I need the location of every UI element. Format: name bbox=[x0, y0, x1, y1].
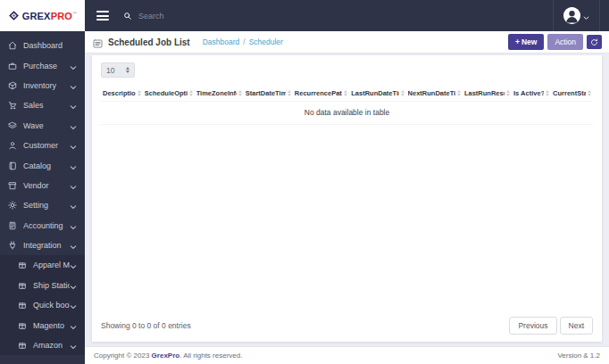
brand-logo[interactable]: GREXPRO™ bbox=[0, 0, 85, 31]
empty-message: No data available in table bbox=[101, 102, 593, 125]
sort-icon bbox=[401, 90, 405, 96]
sidebar: GREXPRO™ Dashboard Purchase Inventory Sa… bbox=[0, 0, 85, 364]
store-icon bbox=[8, 181, 17, 190]
gear-icon bbox=[8, 201, 17, 210]
page-title: Scheduled Job List bbox=[108, 37, 190, 47]
sidebar-item-inventory[interactable]: Inventory bbox=[0, 76, 85, 95]
chevron-down-icon bbox=[70, 283, 77, 288]
column-header-startdatetime[interactable]: StartDateTime bbox=[244, 87, 293, 102]
sidebar-item-vendor[interactable]: Vendor bbox=[0, 176, 85, 195]
table-info-text: Showing 0 to 0 of 0 entries bbox=[101, 321, 191, 330]
refresh-icon bbox=[590, 38, 598, 46]
sidebar-item-amazon[interactable]: Amazon bbox=[0, 335, 85, 355]
column-label: StartDateTime bbox=[246, 89, 286, 97]
chevron-down-icon bbox=[70, 223, 77, 228]
breadcrumb-separator: / bbox=[243, 37, 245, 46]
page-header: Scheduled Job List Dashboard / Scheduler… bbox=[85, 31, 609, 54]
column-label: LastRunResult bbox=[464, 89, 505, 97]
column-header-isactive[interactable]: Is Active? bbox=[512, 87, 551, 102]
action-button[interactable]: Action bbox=[547, 34, 583, 50]
sidebar-item-dashboard[interactable]: Dashboard bbox=[0, 36, 85, 55]
book-icon bbox=[8, 161, 17, 170]
column-header-description[interactable]: Description bbox=[101, 87, 143, 102]
layers-icon bbox=[8, 121, 17, 130]
box-icon bbox=[18, 261, 27, 269]
chevron-down-icon bbox=[70, 103, 77, 108]
toolbar: +New Action bbox=[508, 34, 602, 50]
sidebar-item-label: Dashboard bbox=[23, 41, 77, 50]
chevron-down-icon bbox=[70, 343, 77, 348]
integration-submenu: Apparel Magic Ship Station Quick book Ma… bbox=[0, 255, 85, 355]
sidebar-item-label: Integration bbox=[23, 241, 70, 250]
breadcrumb-dashboard-link[interactable]: Dashboard bbox=[203, 37, 240, 46]
global-search bbox=[123, 12, 553, 21]
breadcrumb-scheduler-link[interactable]: Scheduler bbox=[249, 37, 283, 46]
sidebar-item-quick-book[interactable]: Quick book bbox=[0, 295, 85, 315]
column-header-lastrundatetime[interactable]: LastRunDateTime bbox=[349, 87, 405, 102]
table-empty-space bbox=[101, 125, 593, 317]
chevron-down-icon bbox=[70, 183, 77, 188]
sidebar-item-purchase[interactable]: Purchase bbox=[0, 55, 85, 75]
new-button[interactable]: +New bbox=[508, 34, 544, 50]
chevron-down-icon bbox=[70, 63, 77, 69]
sort-icon bbox=[588, 90, 591, 96]
sort-icon bbox=[506, 90, 510, 96]
sidebar-item-label: Magento bbox=[33, 321, 70, 330]
menu-toggle-icon[interactable] bbox=[96, 11, 109, 21]
sort-icon bbox=[457, 90, 461, 96]
page-size-value: 10 bbox=[106, 66, 114, 75]
scheduled-jobs-table: Description ScheduleOption TimeZoneInfo … bbox=[101, 87, 593, 125]
sidebar-item-label: Apparel Magic bbox=[33, 261, 70, 269]
sort-icon bbox=[238, 90, 242, 96]
column-header-currentstatus[interactable]: CurrentStatus bbox=[551, 87, 593, 102]
column-label: CurrentStatus bbox=[553, 89, 586, 97]
page-size-select[interactable]: 10 bbox=[101, 62, 135, 78]
user-menu[interactable] bbox=[553, 0, 600, 31]
sidebar-item-apparel-magic[interactable]: Apparel Magic bbox=[0, 255, 85, 275]
scheduled-job-list-card: 10 Description ScheduleOption TimeZoneIn… bbox=[92, 55, 602, 342]
next-button[interactable]: Next bbox=[560, 317, 593, 335]
spinner-icon bbox=[126, 67, 129, 73]
topbar bbox=[85, 0, 609, 31]
box-icon bbox=[18, 301, 27, 310]
column-header-recurrencepattern[interactable]: RecurrencePattern bbox=[293, 87, 349, 102]
copyright-prefix: Copyright © 2023 bbox=[94, 352, 152, 360]
column-header-scheduleoption[interactable]: ScheduleOption bbox=[143, 87, 195, 102]
home-icon bbox=[8, 41, 17, 50]
chevron-down-icon bbox=[70, 262, 77, 268]
refresh-button[interactable] bbox=[587, 35, 602, 49]
previous-button[interactable]: Previous bbox=[509, 317, 556, 335]
new-button-label: New bbox=[521, 37, 537, 46]
action-button-label: Action bbox=[555, 37, 576, 46]
sidebar-item-customer[interactable]: Customer bbox=[0, 136, 85, 155]
chevron-down-icon bbox=[583, 8, 589, 24]
column-header-nextrundatetime[interactable]: NextRunDateTime bbox=[406, 87, 463, 102]
sidebar-item-setting[interactable]: Setting bbox=[0, 195, 85, 215]
copyright-suffix: . All rights reserved. bbox=[179, 352, 242, 360]
sidebar-item-label: Accounting bbox=[23, 221, 70, 230]
sort-icon bbox=[344, 90, 347, 96]
column-header-timezoneinfo[interactable]: TimeZoneInfo bbox=[195, 87, 244, 102]
sidebar-item-catalog[interactable]: Catalog bbox=[0, 155, 85, 175]
chevron-down-icon bbox=[70, 203, 77, 208]
column-label: Is Active? bbox=[513, 89, 544, 97]
sidebar-item-label: Wave bbox=[23, 121, 70, 130]
sidebar-item-label: Catalog bbox=[23, 161, 70, 170]
sidebar-item-sales[interactable]: Sales bbox=[0, 95, 85, 115]
sort-icon bbox=[138, 90, 141, 96]
sidebar-item-label: Inventory bbox=[23, 81, 70, 90]
search-input[interactable] bbox=[138, 12, 335, 21]
empty-row: No data available in table bbox=[101, 102, 593, 125]
sidebar-item-accounting[interactable]: Accounting bbox=[0, 216, 85, 236]
chevron-down-icon bbox=[70, 83, 77, 88]
column-label: RecurrencePattern bbox=[295, 89, 342, 97]
sidebar-item-ship-station[interactable]: Ship Station bbox=[0, 276, 85, 295]
plug-icon bbox=[8, 241, 17, 250]
sidebar-item-integration[interactable]: Integration bbox=[0, 236, 85, 255]
column-header-lastrunresult[interactable]: LastRunResult bbox=[463, 87, 512, 102]
avatar bbox=[563, 7, 580, 24]
column-label: Description bbox=[103, 89, 136, 97]
sidebar-item-magento[interactable]: Magento bbox=[0, 315, 85, 335]
sidebar-item-wave[interactable]: Wave bbox=[0, 116, 85, 136]
column-label: ScheduleOption bbox=[145, 89, 188, 97]
